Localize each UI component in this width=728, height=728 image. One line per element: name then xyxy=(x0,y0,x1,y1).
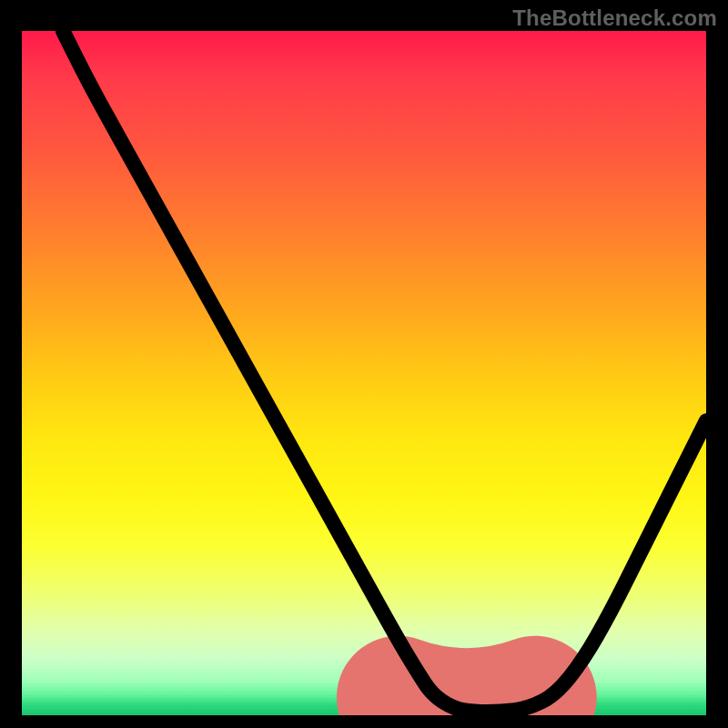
chart-area xyxy=(22,31,706,715)
watermark-text: TheBottleneck.com xyxy=(512,5,717,31)
curve-line xyxy=(63,31,706,712)
min-dot-left xyxy=(389,687,408,705)
curve-svg xyxy=(22,31,706,715)
